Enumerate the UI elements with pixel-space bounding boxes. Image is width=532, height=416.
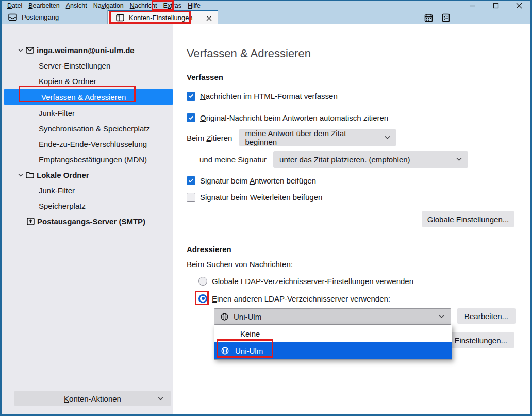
globe-icon [221, 313, 228, 321]
window-controls [461, 1, 530, 10]
menu-item-extras[interactable]: Extras [160, 1, 185, 10]
compose-section-heading: Verfassen [187, 73, 223, 81]
settings-pane: Verfassen & Adressieren Verfassen Nachri… [173, 24, 530, 414]
menu-item-nachricht[interactable]: Nachricht [127, 1, 160, 10]
tab-close-button[interactable] [205, 14, 213, 22]
sidebar-item-kopien-ordner[interactable]: Kopien & Ordner [2, 73, 173, 89]
checkbox-signature-forward[interactable]: Signatur beim Weiterleiten beifügen [187, 191, 322, 203]
radio-other-ldap[interactable]: Einen anderen LDAP-Verzeichnisserver ver… [198, 292, 390, 305]
sidebar-item-local-junk-filter[interactable]: Junk-Filter [2, 182, 173, 198]
global-settings-button[interactable]: Globale Einstellungen... [422, 211, 514, 227]
sidebar-item-smtp[interactable]: Postausgangs-Server (SMTP) [2, 213, 173, 229]
checkbox-auto-quote[interactable]: Original-Nachricht beim Antworten automa… [187, 111, 388, 124]
account-tree-sidebar: inga.weimann@uni-ulm.de Server-Einstellu… [2, 24, 173, 414]
minimize-button[interactable] [461, 1, 484, 10]
sidebar-account-root[interactable]: inga.weimann@uni-ulm.de [2, 42, 173, 58]
menu-item-hilfe[interactable]: Hilfe [185, 1, 204, 10]
account-settings-icon [116, 14, 124, 22]
sidebar-item-ende-zu-ende[interactable]: Ende-zu-Ende-Verschlüsselung [2, 136, 173, 152]
radio-off-icon [198, 277, 207, 286]
chevron-down-icon [439, 314, 444, 319]
chevron-down-icon [385, 136, 390, 140]
chevron-down-icon [456, 157, 462, 161]
quote-position-row: Beim Zitieren meine Antwort über dem Zit… [187, 129, 396, 146]
sidebar-item-verfassen-adressieren[interactable]: Verfassen & Adressieren [4, 89, 173, 105]
maximize-icon [493, 3, 499, 9]
konten-aktionen-button[interactable]: Konten-Aktionen [14, 391, 171, 406]
sidebar-local-folders[interactable]: Lokale Ordner [2, 167, 173, 182]
calendar-button[interactable] [424, 13, 434, 23]
smtp-icon [27, 218, 35, 225]
calendar-icon [424, 13, 433, 22]
menu-item-navigation[interactable]: Navigation [90, 1, 127, 10]
mail-account-icon [26, 47, 34, 54]
page-title: Verfassen & Adressieren [187, 47, 311, 60]
content-area: inga.weimann@uni-ulm.de Server-Einstellu… [2, 24, 530, 414]
thunderbird-window: Datei Bearbeiten Ansicht Navigation Nach… [0, 0, 532, 416]
checkbox-html-format[interactable]: Nachrichten im HTML-Format verfassen [187, 90, 338, 102]
chevron-expand-icon [18, 48, 23, 52]
signature-position-label: und meine Signatur [200, 155, 267, 164]
close-icon [206, 15, 212, 21]
radio-on-icon [198, 294, 207, 303]
ldap-dropdown-popup: Keine Uni-Ulm [214, 325, 452, 360]
tab-konten-einstellungen[interactable]: Konten-Einstellungen [108, 10, 218, 24]
ldap-option-uni-ulm[interactable]: Uni-Ulm [214, 342, 452, 359]
maximize-button[interactable] [484, 1, 507, 10]
signature-position-row: und meine Signatur unter das Zitat platz… [200, 151, 468, 168]
folder-icon [26, 172, 34, 178]
edit-ldap-button[interactable]: Bearbeiten... [457, 308, 516, 324]
minimize-icon [470, 3, 476, 9]
sidebar-item-junk-filter[interactable]: Junk-Filter [2, 105, 173, 121]
checkbox-checked-icon [187, 176, 195, 185]
tasks-button[interactable] [441, 13, 451, 23]
tab-label: Konten-Einstellungen [129, 14, 193, 22]
radio-global-ldap[interactable]: Globale LDAP-Verzeichnisserver-Einstellu… [198, 275, 413, 287]
tab-posteingang[interactable]: Posteingang [2, 10, 108, 24]
sidebar-item-empfangsbestaetigungen[interactable]: Empfangsbestätigungen (MDN) [2, 152, 173, 167]
ldap-server-select[interactable]: Uni-Ulm [214, 308, 451, 325]
local-folders-label: Lokale Ordner [37, 171, 89, 179]
tab-bar: Posteingang Konten-Einstellungen [2, 10, 530, 24]
menu-item-bearbeiten[interactable]: Bearbeiten [25, 1, 62, 10]
ldap-global-settings-button[interactable]: e Einstellungen... [442, 332, 514, 348]
checkbox-signature-reply[interactable]: Signatur beim Antworten beifügen [187, 174, 316, 187]
checkbox-checked-icon [187, 113, 195, 122]
addressing-intro-label: Beim Suchen von Nachrichten: [187, 260, 293, 269]
ldap-option-keine[interactable]: Keine [214, 325, 452, 342]
close-icon [516, 3, 522, 9]
addressing-section-heading: Adressieren [187, 245, 231, 254]
inbox-icon [8, 13, 17, 21]
checkbox-checked-icon [187, 92, 195, 101]
checkbox-unchecked-icon [187, 193, 195, 202]
tab-label: Posteingang [22, 13, 59, 21]
menu-bar: Datei Bearbeiten Ansicht Navigation Nach… [2, 1, 530, 10]
chevron-expand-icon [18, 173, 23, 177]
quote-position-select[interactable]: meine Antwort über dem Zitat beginnen [239, 129, 396, 146]
sidebar-item-local-speicherplatz[interactable]: Speicherplatz [2, 198, 173, 213]
content-edge-divider [523, 24, 523, 414]
tasks-icon [442, 13, 450, 22]
account-email: inga.weimann@uni-ulm.de [37, 46, 135, 55]
sidebar-item-synchronisation[interactable]: Synchronisation & Speicherplatz [2, 121, 173, 136]
menu-item-ansicht[interactable]: Ansicht [63, 1, 90, 10]
quote-position-label: Beim Zitieren [187, 134, 232, 142]
smtp-label: Postausgangs-Server (SMTP) [37, 217, 145, 226]
menu-item-datei[interactable]: Datei [4, 1, 25, 10]
globe-icon [221, 347, 229, 355]
close-window-button[interactable] [507, 1, 530, 10]
chevron-down-icon [158, 396, 163, 401]
signature-position-select[interactable]: unter das Zitat platzieren. (empfohlen) [273, 151, 468, 168]
sidebar-item-server-einstellungen[interactable]: Server-Einstellungen [2, 58, 173, 73]
